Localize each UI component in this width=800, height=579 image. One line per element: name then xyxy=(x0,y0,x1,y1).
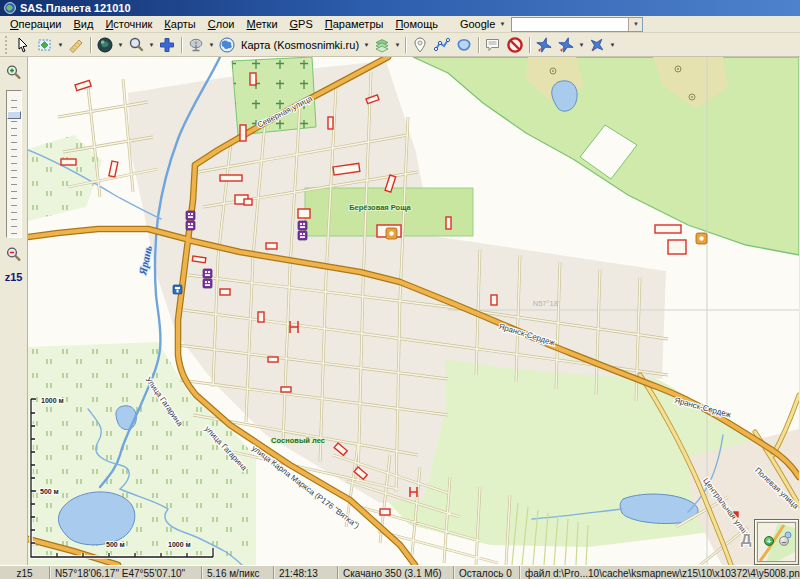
download-manager-button[interactable] xyxy=(185,34,207,56)
ruler-tool-button[interactable] xyxy=(65,34,87,56)
zoom-in-icon xyxy=(5,64,22,81)
gps-options-dropdown[interactable]: ▼ xyxy=(608,34,617,56)
map-viewport[interactable]: Северная улица Ярань Берёзовая Роща Яран… xyxy=(28,57,799,565)
scale-label-v500: 500 м xyxy=(40,488,59,495)
cursor-tool-button[interactable] xyxy=(12,34,34,56)
scale-label-h500: 500 м xyxy=(106,541,125,548)
menu-view[interactable]: Вид xyxy=(67,17,99,31)
app-window: SAS.Планета 121010 Операции Вид Источник… xyxy=(0,0,800,579)
zoom-tool-button[interactable] xyxy=(125,34,147,56)
ruler-icon xyxy=(67,36,85,54)
dark-globe-icon xyxy=(96,36,114,54)
search-combobox[interactable]: ▼ xyxy=(511,17,643,32)
map-canvas: Северная улица Ярань Берёзовая Роща Яран… xyxy=(28,57,799,565)
menu-maps[interactable]: Карты xyxy=(158,17,201,31)
download-manager-dropdown[interactable]: ▼ xyxy=(207,34,216,56)
overview-map-panel[interactable]: + – xyxy=(754,519,799,565)
graticule-label: N57°18' xyxy=(533,299,560,308)
zoom-slider-handle[interactable] xyxy=(7,111,21,119)
search-input[interactable] xyxy=(512,18,628,31)
zoom-in-button[interactable] xyxy=(4,62,24,82)
toolbar: ▼ ▼ ▼ ▼ Карта (Kosmosnimki.ru) ▼ ▼ ▼ ▼ xyxy=(0,33,800,57)
menu-source[interactable]: Источник xyxy=(99,17,158,31)
menu-operations[interactable]: Операции xyxy=(4,17,67,31)
add-polygon-button[interactable] xyxy=(453,34,475,56)
globe-view-dropdown[interactable]: ▼ xyxy=(116,34,125,56)
map-source-button[interactable] xyxy=(216,34,238,56)
forbidden-icon xyxy=(506,36,524,54)
map-source-label[interactable]: Карта (Kosmosnimki.ru) xyxy=(238,39,362,51)
zoom-out-icon xyxy=(5,246,22,263)
route-path-icon xyxy=(433,36,451,54)
google-label: Google xyxy=(460,18,495,30)
toolbar-separator xyxy=(178,35,185,55)
gps-satellite-icon xyxy=(588,36,606,54)
menu-gps[interactable]: GPS xyxy=(284,17,319,31)
zoom-sidebar: z15 xyxy=(0,57,28,565)
toolbar-separator xyxy=(87,35,94,55)
status-downloaded: Скачано 350 (3.1 Мб) xyxy=(338,566,454,579)
pan-navigation-button[interactable] xyxy=(156,34,178,56)
map-source-dropdown[interactable]: ▼ xyxy=(362,34,371,56)
google-search-button[interactable]: Google ▼ xyxy=(454,18,511,30)
gps-connect-button[interactable] xyxy=(533,34,555,56)
scale-label-h1000: 1000 м xyxy=(168,541,191,548)
zoom-slider[interactable] xyxy=(6,90,22,238)
map-label-berezovaya: Берёзовая Роща xyxy=(349,203,411,212)
toolbar-separator xyxy=(402,35,409,55)
overview-map-thumbnail: + – xyxy=(757,522,796,562)
menu-help[interactable]: Помощь xyxy=(389,17,444,31)
gps-options-button[interactable] xyxy=(586,34,608,56)
zoom-level-label: z15 xyxy=(5,271,23,283)
cursor-icon xyxy=(14,36,32,54)
menu-marks[interactable]: Метки xyxy=(241,17,284,31)
app-icon xyxy=(4,2,16,14)
zoom-out-button[interactable] xyxy=(4,244,24,264)
layers-dropdown[interactable]: ▼ xyxy=(393,34,402,56)
status-resolution: 5.16 м/пикс xyxy=(202,566,274,579)
selection-tool-button[interactable] xyxy=(34,34,56,56)
toolbar-gripper xyxy=(5,36,10,54)
navigation-cross-icon xyxy=(158,36,176,54)
placemark-list-icon xyxy=(484,36,502,54)
status-zoom: z15 xyxy=(0,566,50,579)
status-cache-file: файл d:\Pro...10\cache\ksmapnew\z15\10\x… xyxy=(520,566,800,579)
layers-icon xyxy=(373,36,391,54)
status-remaining: Осталось 0 xyxy=(454,566,520,579)
status-coordinates: N57°18'06.17" E47°55'07.10" xyxy=(50,566,202,579)
placemark-pin-icon xyxy=(411,36,429,54)
globe-view-button[interactable] xyxy=(94,34,116,56)
cemetery-area xyxy=(232,57,316,135)
scale-label-v1000: 1000 м xyxy=(41,397,64,404)
satellite-dish-icon xyxy=(187,36,205,54)
magnifier-icon xyxy=(127,36,145,54)
toolbar-separator xyxy=(475,35,482,55)
menu-layers[interactable]: Слои xyxy=(202,17,241,31)
selection-tool-dropdown[interactable]: ▼ xyxy=(56,34,65,56)
window-title: SAS.Планета 121010 xyxy=(20,2,131,14)
map-label-sosnoviy: Сосновый лес xyxy=(271,436,325,445)
selection-rect-icon xyxy=(36,36,54,54)
overview-zoom-out-button[interactable]: – xyxy=(779,536,789,546)
titlebar: SAS.Планета 121010 xyxy=(0,0,800,16)
gps-satellite-icon xyxy=(535,36,553,54)
add-placemark-button[interactable] xyxy=(409,34,431,56)
add-route-button[interactable] xyxy=(431,34,453,56)
map-source-globe-icon xyxy=(218,36,236,54)
chevron-down-icon: ▼ xyxy=(499,21,505,27)
menubar: Операции Вид Источник Карты Слои Метки G… xyxy=(0,16,800,33)
gps-track-dropdown[interactable]: ▼ xyxy=(577,34,586,56)
hide-marks-button[interactable] xyxy=(504,34,526,56)
toolbar-separator xyxy=(526,35,533,55)
polygon-area-icon xyxy=(455,36,473,54)
placemark-list-button[interactable] xyxy=(482,34,504,56)
gps-track-button[interactable] xyxy=(555,34,577,56)
overview-zoom-in-button[interactable]: + xyxy=(764,536,774,546)
statusbar: z15 N57°18'06.17" E47°55'07.10" 5.16 м/п… xyxy=(0,565,800,579)
gps-satellite-icon xyxy=(557,36,575,54)
status-time: 21:48:13 xyxy=(274,566,338,579)
zoom-tool-dropdown[interactable]: ▼ xyxy=(147,34,156,56)
menu-parameters[interactable]: Параметры xyxy=(319,17,390,31)
layers-button[interactable] xyxy=(371,34,393,56)
combo-dropdown-icon[interactable]: ▼ xyxy=(628,18,642,31)
